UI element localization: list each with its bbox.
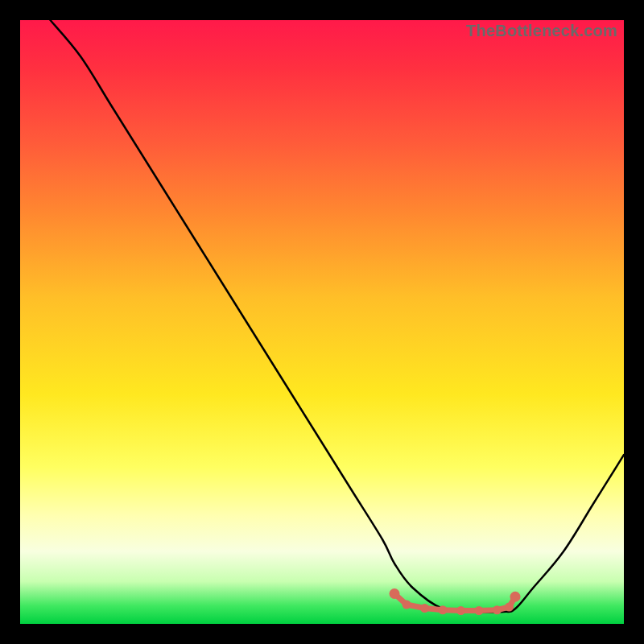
data-marker — [475, 606, 484, 615]
data-marker — [439, 605, 448, 614]
plot-area: TheBottleneck.com — [20, 20, 624, 624]
data-marker — [493, 605, 502, 614]
data-marker — [420, 604, 429, 613]
data-marker — [390, 588, 400, 599]
data-marker — [402, 601, 411, 609]
bottleneck-curve — [51, 20, 625, 613]
data-marker — [456, 606, 465, 615]
chart-svg — [20, 20, 624, 624]
chart-frame: TheBottleneck.com — [0, 0, 644, 644]
data-marker — [505, 603, 514, 612]
data-marker — [510, 592, 521, 602]
marker-group — [390, 588, 521, 615]
